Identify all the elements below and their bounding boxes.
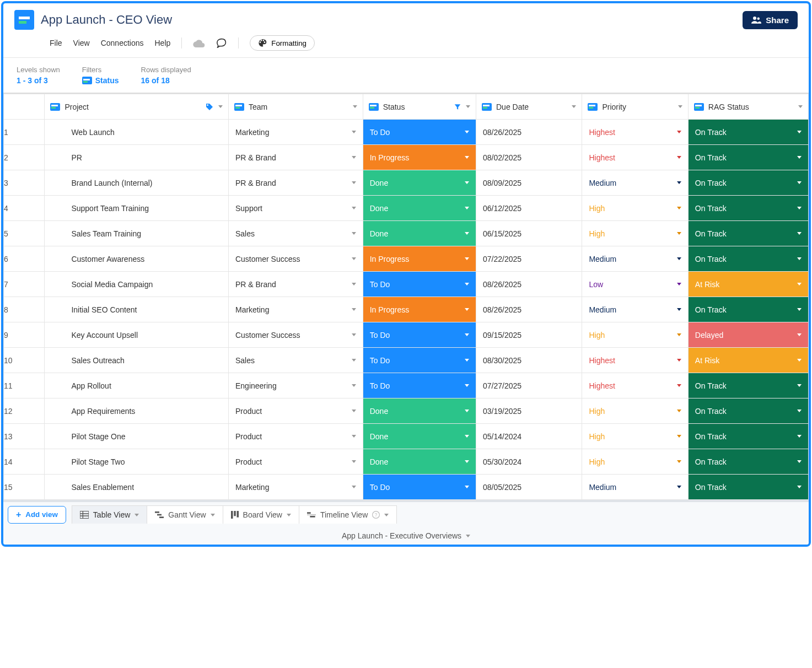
- cell-status[interactable]: Done: [363, 449, 476, 475]
- chevron-down-icon[interactable]: [797, 333, 802, 336]
- chevron-down-icon[interactable]: [797, 131, 802, 133]
- cell-rag[interactable]: On Track: [688, 297, 808, 322]
- cell-status[interactable]: Done: [363, 221, 476, 246]
- chevron-down-icon[interactable]: [465, 156, 469, 159]
- chevron-down-icon[interactable]: [677, 308, 681, 311]
- cell-team[interactable]: Sales: [228, 221, 363, 246]
- cell-team[interactable]: PR & Brand: [228, 272, 363, 297]
- chevron-down-icon[interactable]: [678, 105, 682, 108]
- chevron-down-icon[interactable]: [797, 308, 802, 311]
- chevron-down-icon[interactable]: [465, 460, 469, 463]
- cell-rag[interactable]: On Track: [688, 475, 808, 500]
- chevron-down-icon[interactable]: [677, 156, 681, 159]
- cell-team[interactable]: PR & Brand: [228, 145, 363, 170]
- chevron-down-icon[interactable]: [352, 435, 356, 438]
- cell-due[interactable]: 08/30/2025: [476, 348, 582, 373]
- cell-team[interactable]: Customer Success: [228, 322, 363, 348]
- chevron-down-icon[interactable]: [352, 207, 356, 209]
- cell-rag[interactable]: On Track: [688, 120, 808, 145]
- cell-due[interactable]: 06/12/2025: [476, 196, 582, 221]
- cell-team[interactable]: Support: [228, 196, 363, 221]
- cell-priority[interactable]: Highest: [582, 145, 688, 170]
- chevron-down-icon[interactable]: [352, 460, 356, 463]
- cell-team[interactable]: Customer Success: [228, 246, 363, 272]
- tag-icon[interactable]: [205, 103, 214, 111]
- cell-priority[interactable]: High: [582, 322, 688, 348]
- cell-rag[interactable]: On Track: [688, 424, 808, 449]
- filter-icon[interactable]: [454, 103, 461, 111]
- menu-view[interactable]: View: [73, 39, 90, 47]
- cell-project[interactable]: Sales Enablement: [45, 475, 229, 500]
- chevron-down-icon[interactable]: [677, 283, 681, 285]
- cell-due[interactable]: 08/26/2025: [476, 120, 582, 145]
- cell-status[interactable]: To Do: [363, 322, 476, 348]
- chevron-down-icon[interactable]: [465, 308, 469, 311]
- chevron-down-icon[interactable]: [465, 283, 469, 285]
- cloud-icon[interactable]: [193, 39, 205, 47]
- cell-rag[interactable]: On Track: [688, 145, 808, 170]
- chevron-down-icon[interactable]: [384, 514, 389, 516]
- stat-rows[interactable]: Rows displayed 16 of 18: [141, 66, 191, 85]
- tab-table-view[interactable]: Table View: [72, 505, 147, 524]
- cell-team[interactable]: Product: [228, 449, 363, 475]
- cell-team[interactable]: Sales: [228, 348, 363, 373]
- chevron-down-icon[interactable]: [677, 384, 681, 387]
- cell-rag[interactable]: At Risk: [688, 348, 808, 373]
- cell-project[interactable]: App Rollout: [45, 373, 229, 398]
- chevron-down-icon[interactable]: [797, 283, 802, 285]
- col-priority[interactable]: Priority: [582, 94, 688, 120]
- chevron-down-icon[interactable]: [677, 359, 681, 362]
- chevron-down-icon[interactable]: [352, 384, 356, 387]
- tab-gantt-view[interactable]: Gantt View: [147, 505, 223, 524]
- chevron-down-icon[interactable]: [465, 181, 469, 184]
- cell-status[interactable]: Done: [363, 196, 476, 221]
- cell-project[interactable]: Brand Launch (Internal): [45, 170, 229, 196]
- chevron-down-icon[interactable]: [465, 384, 469, 387]
- cell-rag[interactable]: At Risk: [688, 272, 808, 297]
- chevron-down-icon[interactable]: [465, 207, 469, 209]
- cell-project[interactable]: Customer Awareness: [45, 246, 229, 272]
- chevron-down-icon[interactable]: [135, 514, 139, 516]
- cell-team[interactable]: Product: [228, 424, 363, 449]
- cell-project[interactable]: Web Launch: [45, 120, 229, 145]
- chevron-down-icon[interactable]: [798, 105, 803, 108]
- cell-due[interactable]: 08/05/2025: [476, 475, 582, 500]
- cell-priority[interactable]: High: [582, 449, 688, 475]
- chevron-down-icon[interactable]: [677, 131, 681, 133]
- cell-priority[interactable]: Medium: [582, 170, 688, 196]
- cell-status[interactable]: To Do: [363, 373, 476, 398]
- chevron-down-icon[interactable]: [797, 435, 802, 438]
- cell-priority[interactable]: Low: [582, 272, 688, 297]
- cell-team[interactable]: Product: [228, 398, 363, 424]
- cell-team[interactable]: Marketing: [228, 297, 363, 322]
- chevron-down-icon[interactable]: [466, 105, 470, 108]
- cell-due[interactable]: 07/27/2025: [476, 373, 582, 398]
- cell-project[interactable]: Pilot Stage Two: [45, 449, 229, 475]
- chevron-down-icon[interactable]: [677, 435, 681, 438]
- chevron-down-icon[interactable]: [797, 181, 802, 184]
- chevron-down-icon[interactable]: [797, 257, 802, 260]
- cell-project[interactable]: Social Media Campaign: [45, 272, 229, 297]
- cell-due[interactable]: 07/22/2025: [476, 246, 582, 272]
- col-team[interactable]: Team: [228, 94, 363, 120]
- cell-priority[interactable]: Highest: [582, 373, 688, 398]
- cell-project[interactable]: Initial SEO Content: [45, 297, 229, 322]
- chevron-down-icon[interactable]: [797, 207, 802, 209]
- chevron-down-icon[interactable]: [287, 514, 291, 516]
- chevron-down-icon[interactable]: [465, 410, 469, 412]
- chevron-down-icon[interactable]: [797, 156, 802, 159]
- chevron-down-icon[interactable]: [465, 131, 469, 133]
- chevron-down-icon[interactable]: [465, 486, 469, 488]
- cell-priority[interactable]: Medium: [582, 297, 688, 322]
- cell-due[interactable]: 03/19/2025: [476, 398, 582, 424]
- chevron-down-icon[interactable]: [797, 232, 802, 235]
- col-due[interactable]: Due Date: [476, 94, 582, 120]
- chevron-down-icon[interactable]: [465, 257, 469, 260]
- chevron-down-icon[interactable]: [218, 105, 223, 108]
- tab-board-view[interactable]: Board View: [223, 505, 299, 524]
- cell-project[interactable]: Sales Team Training: [45, 221, 229, 246]
- col-rag[interactable]: RAG Status: [688, 94, 808, 120]
- cell-team[interactable]: Engineering: [228, 373, 363, 398]
- cell-due[interactable]: 05/30/2024: [476, 449, 582, 475]
- cell-priority[interactable]: Highest: [582, 348, 688, 373]
